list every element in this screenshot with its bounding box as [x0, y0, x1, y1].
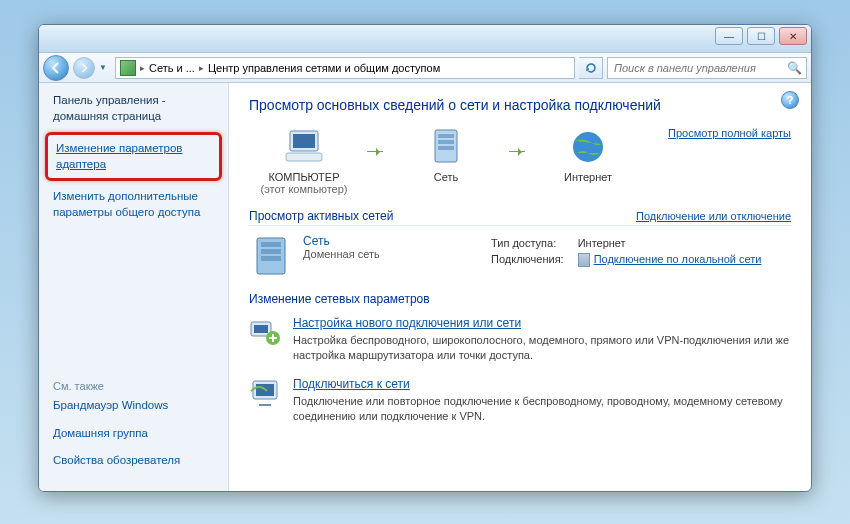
- svg-rect-9: [261, 242, 281, 247]
- node-label: Сеть: [391, 171, 501, 183]
- network-name[interactable]: Сеть: [303, 234, 380, 248]
- advanced-sharing-settings-link[interactable]: Изменить дополнительные параметры общего…: [53, 189, 214, 220]
- forward-button[interactable]: [73, 57, 95, 79]
- node-label: КОМПЬЮТЕР: [249, 171, 359, 183]
- internet-icon: [564, 127, 612, 167]
- access-type-value: Интернет: [572, 236, 768, 250]
- breadcrumb-item[interactable]: Сеть и ...: [149, 62, 195, 74]
- setup-new-connection-link[interactable]: Настройка нового подключения или сети: [293, 316, 791, 330]
- search-box[interactable]: 🔍: [607, 57, 807, 79]
- history-dropdown[interactable]: ▼: [99, 63, 111, 72]
- local-area-connection-link[interactable]: Подключение по локальной сети: [594, 253, 762, 265]
- setup-connection-icon: [249, 316, 281, 348]
- homegroup-link[interactable]: Домашняя группа: [53, 426, 214, 442]
- svg-rect-4: [438, 134, 454, 138]
- connections-label: Подключения:: [485, 252, 570, 268]
- network-center-icon: [120, 60, 136, 76]
- domain-network-icon: [249, 234, 293, 278]
- active-networks-heading: Просмотр активных сетей: [249, 209, 393, 225]
- svg-rect-6: [438, 146, 454, 150]
- sidebar: Панель управления - домашняя страница Из…: [39, 83, 229, 491]
- svg-rect-1: [293, 134, 315, 148]
- view-full-map-link[interactable]: Просмотр полной карты: [651, 127, 791, 139]
- highlight-box: Изменение параметров адаптера: [45, 132, 222, 181]
- svg-rect-13: [254, 325, 268, 333]
- control-panel-window: — ☐ ✕ ▼ ▸ Сеть и ... ▸ Центр управления …: [38, 24, 812, 492]
- access-type-label: Тип доступа:: [485, 236, 570, 250]
- connect-network-icon: [249, 377, 281, 409]
- navigation-bar: ▼ ▸ Сеть и ... ▸ Центр управления сетями…: [39, 53, 811, 83]
- task-description: Настройка беспроводного, широкополосного…: [293, 333, 791, 363]
- back-button[interactable]: [43, 55, 69, 81]
- node-label: Интернет: [533, 171, 643, 183]
- node-sublabel: (этот компьютер): [249, 183, 359, 195]
- titlebar: — ☐ ✕: [39, 25, 811, 53]
- breadcrumb-item[interactable]: Центр управления сетями и общим доступом: [208, 62, 440, 74]
- firewall-link[interactable]: Брандмауэр Windows: [53, 398, 214, 414]
- search-input[interactable]: [612, 61, 787, 75]
- svg-rect-11: [261, 256, 281, 261]
- see-also-heading: См. также: [53, 380, 214, 392]
- connect-to-network-link[interactable]: Подключиться к сети: [293, 377, 791, 391]
- change-network-settings-heading: Изменение сетевых параметров: [249, 292, 430, 308]
- address-bar[interactable]: ▸ Сеть и ... ▸ Центр управления сетями и…: [115, 57, 575, 79]
- connect-disconnect-link[interactable]: Подключение или отключение: [636, 210, 791, 222]
- svg-rect-10: [261, 249, 281, 254]
- minimize-button[interactable]: —: [715, 27, 743, 45]
- task-list: Настройка нового подключения или сети На…: [249, 316, 791, 423]
- ethernet-icon: [578, 253, 590, 267]
- active-network-block: Сеть Доменная сеть Тип доступа: Интернет…: [249, 234, 791, 278]
- task-description: Подключение или повторное подключение к …: [293, 394, 791, 424]
- svg-point-7: [573, 132, 603, 162]
- main-content: ? Просмотр основных сведений о сети и на…: [229, 83, 811, 491]
- help-icon[interactable]: ?: [781, 91, 799, 109]
- control-panel-home-link[interactable]: Панель управления - домашняя страница: [53, 93, 214, 124]
- svg-rect-5: [438, 140, 454, 144]
- connection-line: [509, 151, 525, 152]
- breadcrumb-separator: ▸: [199, 63, 204, 73]
- internet-options-link[interactable]: Свойства обозревателя: [53, 453, 214, 469]
- network-map: КОМПЬЮТЕР (этот компьютер) Сеть Интернет: [249, 127, 791, 195]
- refresh-button[interactable]: [579, 57, 603, 79]
- change-adapter-settings-link[interactable]: Изменение параметров адаптера: [56, 141, 211, 172]
- network-type: Доменная сеть: [303, 248, 380, 260]
- close-button[interactable]: ✕: [779, 27, 807, 45]
- breadcrumb-separator: ▸: [140, 63, 145, 73]
- network-icon: [422, 127, 470, 167]
- connection-line: [367, 151, 383, 152]
- computer-icon: [280, 127, 328, 167]
- maximize-button[interactable]: ☐: [747, 27, 775, 45]
- svg-rect-2: [286, 153, 322, 161]
- search-icon: 🔍: [787, 61, 802, 75]
- page-title: Просмотр основных сведений о сети и наст…: [249, 97, 791, 113]
